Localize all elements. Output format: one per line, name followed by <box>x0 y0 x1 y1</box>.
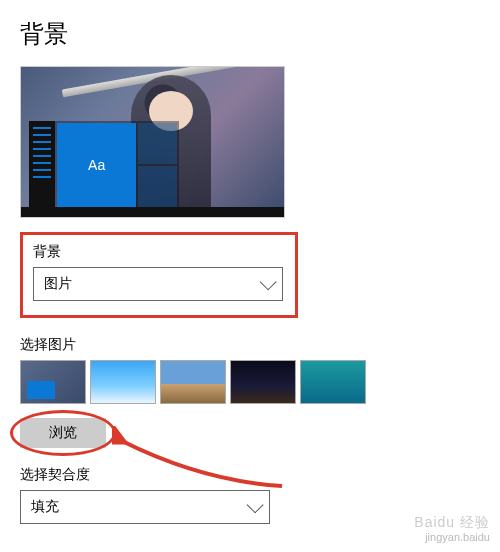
choose-picture-label: 选择图片 <box>20 336 480 354</box>
background-type-dropdown[interactable]: 图片 <box>33 267 283 301</box>
picture-thumb-5[interactable] <box>300 360 366 404</box>
preview-taskbar <box>21 207 284 217</box>
background-type-value: 图片 <box>44 275 72 293</box>
fit-value: 填充 <box>31 498 59 516</box>
picture-thumb-3[interactable] <box>160 360 226 404</box>
picture-thumbnails <box>20 360 480 404</box>
annotation-highlight-box: 背景 图片 <box>20 232 298 318</box>
watermark-id: jingyan.baidu <box>414 531 490 544</box>
fit-label: 选择契合度 <box>20 466 480 484</box>
watermark-brand: Baidu 经验 <box>414 514 490 531</box>
preview-tile <box>138 166 177 207</box>
preview-start-rail <box>29 121 55 209</box>
watermark: Baidu 经验 jingyan.baidu <box>414 514 490 544</box>
chevron-down-icon <box>247 496 264 513</box>
picture-thumb-1[interactable] <box>20 360 86 404</box>
browse-button[interactable]: 浏览 <box>20 418 106 448</box>
desktop-preview: Aa <box>20 66 285 218</box>
preview-tile-sample: Aa <box>57 123 136 207</box>
fit-dropdown[interactable]: 填充 <box>20 490 270 524</box>
picture-thumb-2[interactable] <box>90 360 156 404</box>
preview-start-menu: Aa <box>29 121 179 209</box>
preview-start-tiles: Aa <box>55 121 179 209</box>
picture-thumb-4[interactable] <box>230 360 296 404</box>
background-label: 背景 <box>33 243 283 261</box>
chevron-down-icon <box>260 273 277 290</box>
page-title: 背景 <box>20 18 480 50</box>
preview-tile <box>138 123 177 164</box>
